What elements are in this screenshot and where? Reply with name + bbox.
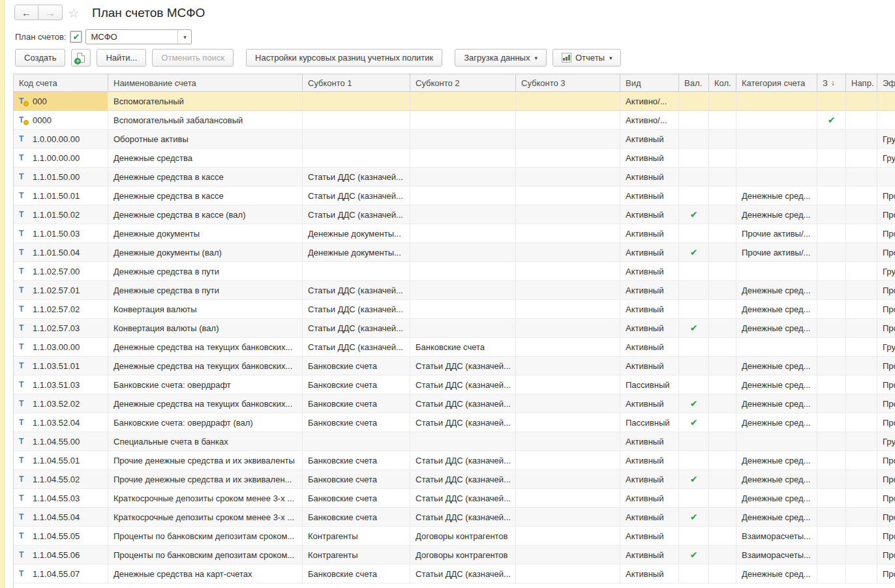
cell-offbalance-flag[interactable] (817, 432, 846, 450)
table-row[interactable]: Т 1.1.04.55.07 Денежные средства на карт… (14, 565, 895, 583)
cell-subconto2[interactable] (410, 205, 516, 224)
table-row[interactable]: Т 1.1.04.55.05 Проценты по банковским де… (14, 527, 895, 546)
cell-currency-flag[interactable] (679, 111, 709, 129)
cell-currency-flag[interactable] (679, 338, 709, 356)
cell-subconto2[interactable]: Статьи ДДС (казначей... (410, 508, 516, 526)
cell-direction[interactable] (846, 186, 877, 205)
cell-quantity-flag[interactable] (709, 319, 736, 337)
cell-direction[interactable] (846, 300, 877, 318)
cell-kind[interactable]: Активно/... (620, 111, 679, 129)
cell-account-code[interactable]: Т 1.1.01.50.04 (14, 243, 108, 261)
cell-kind[interactable]: Активный (620, 300, 679, 318)
cell-account-name[interactable]: Краткосрочные депозиты сроком менее 3-х … (108, 508, 303, 526)
cell-offbalance-flag[interactable] (817, 565, 846, 583)
cell-category[interactable]: Денежные сред... (736, 565, 817, 583)
cell-subconto1[interactable]: Банковские счета (303, 508, 410, 526)
cell-subconto3[interactable] (516, 149, 620, 167)
cell-offbalance-flag[interactable] (817, 92, 846, 110)
cell-account-name[interactable]: Денежные средства в кассе (108, 168, 303, 186)
cell-category[interactable] (736, 262, 817, 280)
cell-account-name[interactable]: Оборотные активы (108, 130, 303, 148)
cell-subconto3[interactable] (516, 319, 620, 337)
cell-effective[interactable]: Гру (877, 149, 895, 167)
cell-offbalance-flag[interactable] (817, 149, 846, 167)
cell-subconto2[interactable]: Статьи ДДС (казначей... (410, 357, 516, 375)
table-row[interactable]: Т 1.0.00.00.00 Оборотные активы Активный… (14, 130, 895, 149)
cell-quantity-flag[interactable] (709, 394, 736, 413)
cell-account-code[interactable]: Т 1.1.00.00.00 (14, 149, 108, 167)
cell-kind[interactable]: Активный (620, 338, 679, 356)
cell-subconto3[interactable] (516, 168, 620, 186)
table-row[interactable]: Т 0000 Вспомогательный забалансовый Акти… (14, 111, 895, 130)
column-header-code[interactable]: Код счета (14, 74, 108, 91)
cell-currency-flag[interactable]: ✔ (679, 470, 709, 488)
cell-quantity-flag[interactable] (709, 546, 736, 564)
cell-subconto3[interactable] (516, 508, 620, 526)
cell-quantity-flag[interactable] (709, 432, 736, 450)
cell-offbalance-flag[interactable] (817, 338, 846, 356)
cell-offbalance-flag[interactable] (817, 168, 846, 186)
cell-quantity-flag[interactable] (709, 470, 736, 488)
table-row[interactable]: Т 1.1.02.57.01 Денежные средства в пути … (14, 281, 895, 300)
cell-category[interactable] (736, 92, 817, 110)
cell-offbalance-flag[interactable] (817, 451, 846, 469)
cell-subconto3[interactable] (516, 224, 620, 243)
cell-effective[interactable] (877, 168, 895, 186)
cell-kind[interactable]: Активный (620, 432, 679, 450)
table-row[interactable]: Т 1.1.02.57.02 Конвертация валюты Статьи… (14, 300, 895, 319)
forward-button[interactable]: → (38, 5, 63, 20)
cell-subconto1[interactable]: Контрагенты (303, 527, 410, 545)
cell-direction[interactable] (846, 92, 877, 110)
cell-quantity-flag[interactable] (709, 413, 736, 432)
cell-category[interactable]: Денежные сред... (736, 205, 817, 224)
cell-subconto3[interactable] (516, 262, 620, 280)
cell-kind[interactable]: Активный (620, 451, 679, 469)
cell-currency-flag[interactable] (679, 281, 709, 299)
cell-subconto2[interactable]: Статьи ДДС (казначей... (410, 451, 516, 469)
cell-account-code[interactable]: Т 1.1.04.55.07 (14, 565, 108, 583)
cell-direction[interactable] (846, 319, 877, 337)
cell-direction[interactable] (846, 413, 877, 432)
cell-effective[interactable]: Про (877, 508, 895, 526)
cell-subconto1[interactable]: Банковские счета (303, 451, 410, 469)
cell-direction[interactable] (846, 168, 877, 186)
cell-effective[interactable]: Гру (877, 262, 895, 280)
cell-kind[interactable]: Активный (620, 281, 679, 299)
cell-kind[interactable]: Активный (620, 149, 679, 167)
cell-subconto2[interactable]: Банковские счета (410, 338, 516, 356)
cell-subconto3[interactable] (516, 546, 620, 564)
cell-category[interactable] (736, 111, 817, 129)
cell-kind[interactable]: Активный (620, 527, 679, 545)
cell-account-name[interactable]: Вспомогательный (108, 92, 303, 110)
cell-kind[interactable]: Активный (620, 205, 679, 224)
cell-effective[interactable]: Гру (877, 130, 895, 148)
reports-button[interactable]: Отчеты ▾ (553, 49, 621, 66)
table-row[interactable]: Т 1.1.01.50.01 Денежные средства в кассе… (14, 186, 895, 205)
cell-subconto3[interactable] (516, 130, 620, 148)
cell-currency-flag[interactable] (679, 168, 709, 186)
cell-subconto2[interactable]: Договоры контрагентов (410, 527, 516, 545)
cell-effective[interactable]: Про (877, 413, 895, 432)
cell-account-code[interactable]: Т 1.1.02.57.02 (14, 300, 108, 318)
cell-account-code[interactable]: Т 1.1.04.55.04 (14, 508, 108, 526)
column-header-kind[interactable]: Вид (620, 74, 679, 91)
cell-account-name[interactable]: Конвертация валюты (108, 300, 303, 318)
cell-currency-flag[interactable]: ✔ (679, 413, 709, 432)
cell-subconto1[interactable]: Статьи ДДС (казначей... (303, 168, 410, 186)
cell-account-name[interactable]: Проценты по банковским депозитам сроком.… (108, 546, 303, 564)
column-header-name[interactable]: Наименование счета (108, 74, 303, 91)
cell-kind[interactable]: Активный (620, 565, 679, 583)
cell-subconto2[interactable]: Статьи ДДС (казначей... (410, 413, 516, 432)
column-header-offbalance[interactable]: З↓ (817, 74, 846, 91)
cell-subconto3[interactable] (516, 205, 620, 224)
cell-currency-flag[interactable] (679, 224, 709, 243)
cell-account-name[interactable]: Прочие денежные средства и их эквивалент… (108, 451, 303, 469)
cell-kind[interactable]: Активный (620, 186, 679, 205)
cell-account-code[interactable]: Т 1.1.02.57.01 (14, 281, 108, 299)
cell-offbalance-flag[interactable] (817, 262, 846, 280)
cell-kind[interactable]: Пассивный (620, 413, 679, 432)
cell-currency-flag[interactable] (679, 130, 709, 148)
cell-currency-flag[interactable] (679, 375, 709, 394)
create-button[interactable]: Создать (15, 49, 65, 66)
cell-subconto2[interactable]: Договоры контрагентов (410, 546, 516, 564)
